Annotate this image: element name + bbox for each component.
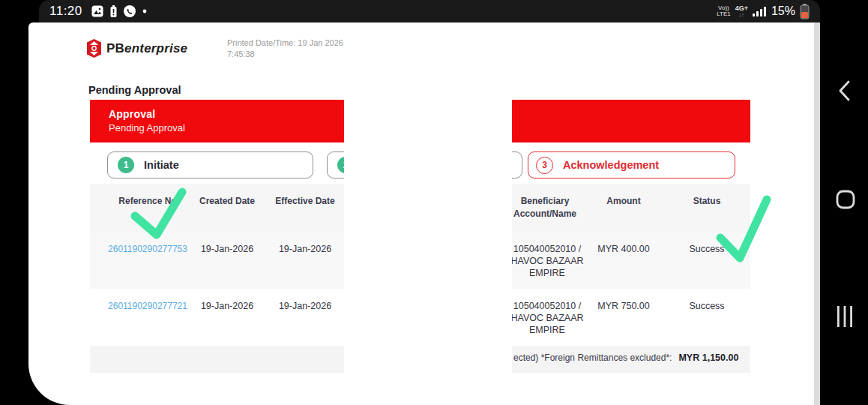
amount-cell: MYR 400.00 xyxy=(582,243,665,255)
pb-emblem-icon xyxy=(86,39,102,58)
reference-number-link[interactable]: 2601190290277721 xyxy=(99,300,196,312)
printed-date-line: Printed Date/Time: 19 Jan 2026 xyxy=(227,38,358,49)
created-date-cell: 19-Jan-2026 xyxy=(186,300,268,312)
network-4g-indicator: 4G+ ↓↑ xyxy=(735,5,748,17)
effective-date-cell: 19-Jan-2026 xyxy=(264,243,344,255)
table-row-band xyxy=(90,232,344,289)
table-summary-band xyxy=(90,346,344,373)
step-2-number-badge: 2 xyxy=(337,157,344,173)
column-header-reference: Reference No xyxy=(99,195,196,208)
step-initiate-button[interactable]: 1 Initiate xyxy=(107,152,313,178)
beneficiary-cell: 105040052010 / HAVOC BAZAAR EMPIRE xyxy=(512,300,593,336)
page-scrollbar[interactable] xyxy=(814,22,820,405)
beneficiary-cell: 105040052010 / HAVOC BAZAAR EMPIRE xyxy=(512,243,593,279)
nav-home-icon[interactable] xyxy=(834,188,857,211)
logo-wordmark: PBenterprise xyxy=(106,41,187,56)
status-bar: 11:20 Vo)) xyxy=(39,0,820,22)
notification-icons xyxy=(91,5,147,17)
battery-alert-notification-icon xyxy=(110,5,117,17)
approval-banner-continued xyxy=(512,100,750,142)
banner-title: Approval xyxy=(109,108,344,120)
summary-total-line: ected) *Foreign Remittances excluded*:MY… xyxy=(513,352,749,363)
table-left-section: Approval Pending Approval 1 Initiate 2 R… xyxy=(90,100,344,373)
gallery-notification-icon xyxy=(91,5,103,17)
column-header-effective: Effective Date xyxy=(264,195,344,208)
column-header-amount: Amount xyxy=(582,195,665,208)
summary-total-amount: MYR 1,150.00 xyxy=(678,352,738,363)
reference-number-link[interactable]: 2601190290277753 xyxy=(99,243,196,255)
banner-subtitle: Pending Approval xyxy=(109,122,344,134)
status-cell: Success xyxy=(666,300,748,312)
table-row-band xyxy=(90,289,344,341)
clock: 11:20 xyxy=(49,4,82,19)
nav-back-icon[interactable] xyxy=(837,80,855,102)
printed-time-line: 7:45:38 xyxy=(227,49,358,60)
table-right-section: 3 Acknowledgement Beneficiary Account/Na… xyxy=(512,100,750,373)
printed-datetime: Printed Date/Time: 19 Jan 2026 7:45:38 xyxy=(227,38,358,60)
signal-strength-icon xyxy=(753,5,767,17)
step-2-button-end-fragment[interactable] xyxy=(512,152,522,178)
more-notifications-dot-icon xyxy=(142,9,147,14)
volte-indicator: Vo)) LTE1 xyxy=(717,5,731,17)
page-title: Pending Approval xyxy=(88,84,181,96)
step-1-label: Initiate xyxy=(144,159,179,171)
step-3-label: Acknowledgement xyxy=(563,159,659,171)
summary-label: ected) *Foreign Remittances excluded*: xyxy=(513,352,672,363)
step-acknowledgement-button[interactable]: 3 Acknowledgement xyxy=(528,152,735,178)
pb-enterprise-logo: PBenterprise xyxy=(86,39,187,58)
step-2-button-clipped[interactable]: 2 xyxy=(327,152,344,178)
call-notification-icon xyxy=(124,5,136,17)
nav-recents-icon[interactable] xyxy=(834,304,855,328)
phone-screen: 11:20 Vo)) xyxy=(0,0,868,405)
battery-percentage: 15% xyxy=(771,4,795,18)
app-window: PBenterprise Printed Date/Time: 19 Jan 2… xyxy=(28,22,814,405)
status-cell: Success xyxy=(666,243,748,255)
step-1-number-badge: 1 xyxy=(118,157,134,173)
data-arrows-icon: ↓↑ xyxy=(735,12,748,17)
column-header-status: Status xyxy=(666,195,748,208)
created-date-cell: 19-Jan-2026 xyxy=(186,243,268,255)
amount-cell: MYR 750.00 xyxy=(582,300,665,312)
table-header-band xyxy=(90,184,344,232)
effective-date-cell: 19-Jan-2026 xyxy=(264,300,344,312)
battery-icon xyxy=(800,3,810,20)
column-header-created: Created Date xyxy=(186,195,268,208)
step-3-number-badge: 3 xyxy=(536,157,553,174)
approval-banner: Approval Pending Approval xyxy=(90,100,344,142)
system-status-icons: Vo)) LTE1 4G+ ↓↑ 15% xyxy=(717,3,810,20)
